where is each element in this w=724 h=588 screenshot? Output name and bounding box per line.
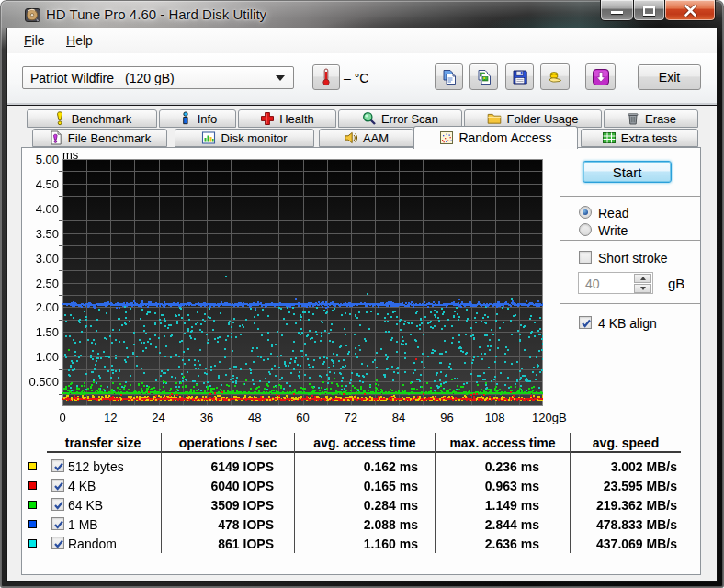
tab-label: Folder Usage [506,112,578,126]
cell-ops: 478 IOPS [145,517,274,532]
y-axis-unit-label: ms [62,148,78,162]
cell-max: 2.844 ms [411,517,539,532]
series-color-swatch [28,501,37,509]
menu-bar: FileHelp [7,28,717,53]
y-tick-label: 1.00 [18,350,59,364]
maximize-button[interactable] [633,0,665,21]
series-checkbox[interactable] [51,517,64,530]
cell-ops: 861 IOPS [145,537,274,551]
drive-name: Patriot Wildfire [30,71,114,85]
tab-aam[interactable]: AAM [319,129,413,147]
series-checkbox[interactable] [51,537,64,549]
spin-down-button[interactable] [634,284,651,293]
tab-label: File Benchmark [68,131,151,145]
y-minor-tick [59,295,62,296]
file-benchmark-icon [49,130,63,145]
table-header: avg. speed [571,435,681,450]
series-color-swatch [28,462,37,470]
short-stroke-checkbox[interactable] [579,251,592,264]
y-minor-tick [59,220,62,221]
tab-random-access[interactable]: Random Access [413,126,578,149]
aam-icon [344,130,358,145]
donate-button[interactable] [540,63,570,90]
copy-icon [440,68,458,86]
download-button[interactable] [585,63,616,90]
cell-speed: 23.595 MB/s [549,479,677,493]
extra-tests-icon [602,130,617,145]
cell-max: 0.963 ms [411,479,539,493]
read-radio[interactable] [579,206,592,219]
menu-help[interactable]: Help [66,33,93,48]
write-radio[interactable] [579,223,592,236]
benchmark-icon [52,111,67,126]
table-header-rule [47,451,681,453]
error-scan-icon [362,111,377,126]
tab-label: AAM [363,131,389,145]
x-tick-label: 12 [99,411,121,424]
info-icon [178,111,193,126]
series-color-swatch [28,481,37,490]
spin-up-button[interactable] [634,274,651,283]
cell-speed: 478.833 MB/s [549,517,677,532]
cell-speed: 437.069 MB/s [549,537,677,551]
save-icon [511,68,529,86]
y-minor-tick [59,394,62,395]
tab-health[interactable]: Health [238,109,336,128]
toolbar: Patriot Wildfire (120 gB) – °C Exit [7,53,717,106]
tab-extra-tests[interactable]: Extra tests [581,129,698,147]
y-minor-tick [59,196,62,197]
drive-select[interactable]: Patriot Wildfire (120 gB) [22,66,294,89]
table-header: transfer size [43,435,163,450]
title-bar[interactable]: HD Tune Pro 4.60 - Hard Disk Utility [0,0,724,28]
menu-file[interactable]: File [24,33,45,48]
start-button[interactable]: Start [583,161,672,183]
copy-image-button[interactable] [469,63,498,90]
health-icon [260,111,275,126]
copy-image-icon [475,68,493,86]
tab-benchmark[interactable]: Benchmark [27,109,157,128]
series-checkbox[interactable] [51,498,64,511]
stroke-size-spinner[interactable]: 40 [578,272,653,294]
y-minor-tick [59,345,62,345]
y-tick-label: 4.50 [18,177,59,191]
x-tick-label: 108 [484,411,506,424]
copy-button[interactable] [435,63,463,90]
align-checkbox[interactable] [579,316,592,329]
tab-label: Erase [645,112,676,126]
tab-label: Error Scan [381,112,438,126]
series-color-swatch [28,539,37,548]
y-minor-tick [59,320,62,321]
temperature-button[interactable] [312,64,340,90]
minimize-icon [611,11,623,14]
tab-erase[interactable]: Erase [604,109,698,128]
x-tick-label: 72 [340,411,362,424]
minimize-button[interactable] [600,0,633,21]
tab-folder-usage[interactable]: Folder Usage [464,109,602,128]
separator [560,303,700,304]
close-button[interactable] [665,0,716,21]
x-tick-label: 120gB [532,411,567,424]
cell-max: 2.636 ms [411,537,539,551]
x-tick-label: 36 [196,411,218,424]
save-button[interactable] [505,63,534,90]
series-checkbox[interactable] [51,459,64,472]
exit-button[interactable]: Exit [638,64,701,90]
radio-selected-dot [583,209,588,215]
y-tick-label: 3.00 [18,252,59,266]
table-header: operations / sec [159,435,297,450]
series-checkbox[interactable] [51,479,64,492]
y-minor-tick [59,369,62,370]
y-tick-label: 3.50 [18,227,59,241]
tab-info[interactable]: Info [159,109,236,128]
tab-error-scan[interactable]: Error Scan [338,109,462,128]
tab-label: Info [198,112,218,126]
client-area: FileHelp Patriot Wildfire (120 gB) – °C … [7,28,717,581]
cell-avg: 0.162 ms [289,459,418,474]
cell-max: 1.149 ms [411,498,539,513]
tab-file-benchmark[interactable]: File Benchmark [32,129,167,147]
y-tick-label: 0.500 [18,375,59,389]
close-icon [684,5,697,17]
x-tick-label: 24 [148,411,170,424]
y-tick-label: 2.50 [18,277,59,290]
tab-disk-monitor[interactable]: Disk monitor [175,129,314,147]
